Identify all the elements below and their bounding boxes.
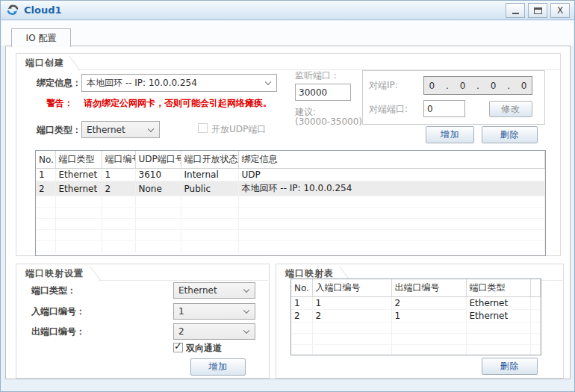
- table-cell: [181, 219, 238, 230]
- binding-info-label: 绑定信息：: [37, 78, 81, 88]
- tab-label: IO 配置: [26, 32, 57, 45]
- table-cell: [530, 297, 541, 310]
- port-type-dropdown[interactable]: Ethernet: [81, 121, 160, 138]
- close-button[interactable]: X: [550, 3, 570, 18]
- peer-ip-label: 对端IP:: [369, 80, 398, 90]
- table-cell: UDP: [238, 169, 545, 181]
- mapping-add-button[interactable]: 增加: [190, 358, 246, 376]
- window-title: Cloud1: [24, 4, 62, 16]
- peer-port-input[interactable]: [423, 100, 465, 117]
- table-cell: [55, 208, 102, 219]
- chevron-down-icon: [265, 79, 271, 85]
- mapping-delete-button[interactable]: 删除: [482, 358, 538, 375]
- column-header: No.: [291, 279, 312, 297]
- table-row: [291, 334, 541, 345]
- open-udp-checkbox[interactable]: [198, 123, 208, 133]
- table-row: [291, 323, 541, 334]
- binding-info-value: 本地回环 -- IP: 10.0.0.254: [87, 77, 197, 90]
- in-port-dropdown[interactable]: 1: [173, 303, 255, 320]
- binding-info-dropdown[interactable]: 本地回环 -- IP: 10.0.0.254: [81, 74, 277, 92]
- map-port-type-value: Ethernet: [178, 285, 217, 296]
- table-row[interactable]: 2Ethernet2NonePublic本地回环 -- IP: 10.0.0.2…: [36, 181, 545, 196]
- column-header: 端口编号: [102, 151, 135, 169]
- column-header: 绑定信息: [238, 151, 545, 169]
- minimize-button[interactable]: [506, 3, 525, 18]
- table-cell: [312, 323, 391, 334]
- table-row: [36, 241, 545, 252]
- table-cell: [238, 241, 545, 252]
- out-port-dropdown[interactable]: 2: [173, 323, 255, 340]
- chevron-down-icon: [243, 328, 249, 334]
- table-row: [291, 345, 541, 356]
- group-title-diagonal: [81, 267, 101, 280]
- tabstrip-background: [1, 21, 574, 46]
- bidirectional-checkbox[interactable]: ✓: [173, 343, 183, 352]
- table-cell: [102, 241, 135, 252]
- port-table: No.端口类型端口编号UDP端口号端口开放状态绑定信息 1Ethernet136…: [35, 150, 546, 256]
- group-title: 端口映射设置: [25, 267, 84, 280]
- port-add-button[interactable]: 增加: [426, 126, 474, 143]
- listen-port-input[interactable]: [295, 84, 351, 101]
- peer-ip-value: 0 . 0 . 0 . 0: [429, 81, 527, 91]
- chevron-down-icon: [243, 308, 249, 314]
- column-header: 端口类型: [466, 279, 530, 297]
- table-cell: 2: [36, 181, 55, 196]
- group-title: 端口创建: [25, 57, 64, 69]
- window-controls: X: [506, 3, 570, 18]
- table-cell: [312, 334, 391, 345]
- chevron-down-icon: [148, 125, 154, 131]
- column-header: 入端口编号: [312, 279, 391, 297]
- table-cell: [291, 334, 312, 345]
- maximize-icon: [534, 7, 542, 14]
- table-cell: [238, 219, 545, 230]
- column-header: No.: [36, 151, 55, 169]
- cloud-icon: [5, 4, 20, 16]
- port-type-label: 端口类型：: [37, 125, 81, 135]
- table-cell: [135, 241, 181, 252]
- peer-ip-field[interactable]: 0 . 0 . 0 . 0: [423, 76, 532, 95]
- suggest-label: 建议:: [295, 107, 316, 117]
- table-cell: [55, 241, 102, 252]
- table-cell: 1: [291, 297, 312, 310]
- table-row[interactable]: 221Ethernet: [291, 310, 541, 323]
- table-row[interactable]: 1Ethernet13610InternalUDP: [36, 169, 545, 181]
- table-cell: [36, 219, 55, 230]
- table-cell: [466, 345, 530, 356]
- close-icon: X: [557, 5, 563, 16]
- out-port-value: 2: [178, 326, 184, 337]
- table-cell: 本地回环 -- IP: 10.0.0.254: [238, 181, 545, 196]
- table-row: [36, 219, 545, 230]
- warning-label: 警告：: [46, 98, 73, 108]
- table-cell: 2: [291, 310, 312, 323]
- map-port-type-dropdown[interactable]: Ethernet: [173, 282, 255, 299]
- chevron-down-icon: [243, 287, 249, 293]
- table-cell: 1: [312, 297, 391, 310]
- table-cell: Ethernet: [55, 169, 102, 181]
- table-cell: Public: [181, 181, 238, 196]
- port-delete-button[interactable]: 删除: [482, 126, 538, 143]
- warning-text: 请勿绑定公网网卡，否则可能会引起网络瘫痪。: [84, 98, 272, 108]
- table-cell: [55, 196, 102, 208]
- table-row: [36, 208, 545, 219]
- table-cell: [135, 196, 181, 208]
- column-header: 端口开放状态: [181, 151, 238, 169]
- titlebar[interactable]: Cloud1 X: [1, 1, 574, 20]
- out-port-label: 出端口编号：: [31, 326, 85, 337]
- table-row: [36, 196, 545, 208]
- table-row[interactable]: 112Ethernet: [291, 297, 541, 310]
- port-table-header: No.端口类型端口编号UDP端口号端口开放状态绑定信息: [36, 151, 545, 169]
- table-cell: [291, 345, 312, 356]
- mapping-table: No.入端口编号出端口编号端口类型 112Ethernet221Ethernet: [290, 279, 541, 355]
- table-cell: [102, 230, 135, 241]
- table-cell: [36, 241, 55, 252]
- tab-io-config[interactable]: IO 配置: [11, 28, 71, 47]
- table-cell: [238, 196, 545, 208]
- table-row: [36, 230, 545, 241]
- table-cell: Ethernet: [466, 310, 530, 323]
- table-cell: [135, 208, 181, 219]
- column-header: [530, 279, 541, 297]
- table-cell: [102, 219, 135, 230]
- maximize-button[interactable]: [528, 3, 547, 18]
- modify-button[interactable]: 修改: [489, 101, 532, 117]
- suggest-range: (30000-35000): [295, 116, 362, 127]
